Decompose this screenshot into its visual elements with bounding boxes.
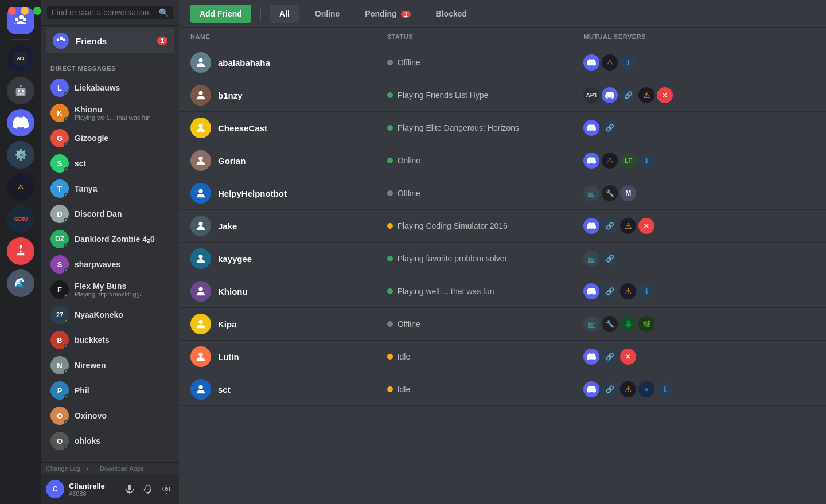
friend-row-jake[interactable]: Jake Playing Coding Simulator 2016 🔗 ⚠ ✕ (179, 210, 826, 243)
tab-pending[interactable]: Pending 1 (356, 5, 419, 23)
friend-avatar-abalabahaha (190, 52, 211, 73)
dm-name-danklord: Danklord Zombie 4₂0 (75, 235, 170, 244)
minimize-button[interactable] (21, 7, 29, 15)
mutual-servers-cell: AP1 🔗 ⚠ ✕ (583, 87, 780, 103)
friend-status-cell: Idle (387, 385, 584, 394)
mutual-server-icon: ℹ (638, 283, 654, 299)
server-icon-1[interactable]: AP1 (7, 45, 34, 72)
mutual-server-icon: ⚠ (602, 54, 618, 71)
friend-row-b1nzy[interactable]: b1nzy Playing Friends List Hype AP1 🔗 ⚠ … (179, 79, 826, 112)
dm-avatar-ohloks: O (50, 432, 69, 450)
friend-username: sct (218, 385, 231, 394)
friends-nav-item[interactable]: Friends 1 (46, 28, 174, 53)
server-icon-2[interactable]: 🤖 (7, 77, 34, 104)
download-link[interactable]: Download Apps (100, 465, 143, 472)
tab-all[interactable]: All (270, 5, 299, 23)
dm-info-sharpwaves: sharpwaves (75, 260, 170, 269)
mutual-server-icon: ⚠ (620, 381, 636, 397)
friend-row-kayygee[interactable]: kayygee Playing favorite problem solver … (179, 243, 826, 275)
user-panel-actions (122, 481, 174, 497)
mutual-server-icon: 🔗 (620, 87, 636, 103)
status-text: Playing favorite problem solver (398, 254, 507, 263)
friend-row-helpyhelpnotbot[interactable]: HelpyHelpnotbot Offline 📺 🔧 M (179, 177, 826, 210)
dm-list: L Liekabauws K Khionu Playing well.... t… (41, 75, 179, 462)
dm-item-tanya[interactable]: T Tanya (46, 176, 174, 201)
server-icon-3[interactable] (7, 109, 34, 136)
mutual-server-icon: AP1 (583, 87, 599, 103)
dm-item-liekabauws[interactable]: L Liekabauws (46, 75, 174, 100)
dm-item-sct[interactable]: S sct (46, 151, 174, 176)
mutual-server-icon: ℹ (638, 153, 654, 169)
mutual-server-icon: 🔗 (602, 218, 618, 234)
svg-point-11 (198, 353, 202, 357)
mutual-server-icon (583, 153, 599, 169)
friend-row-abalabahaha[interactable]: abalabahaha Offline ⚠ ℹ (179, 46, 826, 79)
friend-row-sct[interactable]: sct Idle 🔗 ⚠ ≡ ℹ (179, 373, 826, 406)
tab-online[interactable]: Online (306, 5, 349, 23)
friend-row-lutin[interactable]: Lutin Idle 🔗 ✕ (179, 341, 826, 373)
friend-row-gorian[interactable]: Gorian Online ⚠ LF ℹ (179, 144, 826, 177)
friend-name-cell: Khionu (190, 281, 387, 302)
dm-item-phil[interactable]: P Phil (46, 378, 174, 403)
close-button[interactable] (8, 7, 16, 15)
friends-table: NAME STATUS MUTUAL SERVERS abalabahaha O… (179, 28, 826, 504)
friend-avatar-lutin (190, 346, 211, 367)
friend-status-cell: Playing Elite Dangerous: Horizons (387, 123, 584, 132)
mutual-server-icon: ✕ (620, 349, 636, 365)
settings-button[interactable] (158, 481, 174, 497)
status-text: Offline (398, 319, 420, 329)
friend-avatar-kayygee (190, 248, 211, 269)
dm-item-khionu[interactable]: K Khionu Playing well.... that was fun (46, 100, 174, 126)
friend-status-cell: Idle (387, 352, 584, 361)
dm-item-gizoogle[interactable]: G Gizoogle (46, 126, 174, 151)
friend-row-cheesecast[interactable]: CheeseCast Playing Elite Dangerous: Hori… (179, 112, 826, 144)
server-icon-4[interactable]: ⚙️ (7, 141, 34, 169)
friend-username: Jake (218, 221, 237, 231)
mute-button[interactable] (122, 481, 138, 497)
friend-name-cell: Lutin (190, 346, 387, 367)
deafen-button[interactable] (140, 481, 156, 497)
dm-item-nirewen[interactable]: N Nirewen (46, 353, 174, 378)
dm-info-sct: sct (75, 159, 170, 168)
status-dot (387, 386, 393, 392)
dm-avatar-sharpwaves: S (50, 255, 69, 274)
friend-row-khionu[interactable]: Khionu Playing well.... that was fun 🔗 ⚠… (179, 275, 826, 308)
dm-item-oxinovo[interactable]: O Oxinovo (46, 403, 174, 428)
mutual-server-icon (602, 87, 618, 103)
dm-item-danklord[interactable]: DZ Danklord Zombie 4₂0 (46, 226, 174, 252)
dm-avatar-danklord: DZ (50, 230, 69, 248)
dm-item-sharpwaves[interactable]: S sharpwaves (46, 252, 174, 277)
status-text: Playing well.... that was fun (398, 287, 494, 296)
mutual-server-icon: 🌿 (638, 316, 654, 332)
add-friend-button[interactable]: Add Friend (190, 5, 251, 23)
friend-avatar-jake (190, 216, 211, 236)
status-dot (387, 223, 393, 229)
tab-blocked[interactable]: Blocked (427, 5, 476, 23)
dm-item-flexmybuns[interactable]: F Flex My Buns Playing http://mocklt.gg/ (46, 277, 174, 302)
dm-section-header: DIRECT MESSAGES (41, 56, 179, 75)
search-input-wrap[interactable]: 🔍 (47, 6, 173, 19)
mutual-server-icon: 🔗 (602, 349, 618, 365)
dm-item-nyaakoneko[interactable]: 27 NyaaKoneko (46, 302, 174, 327)
user-avatar: C (46, 480, 64, 498)
status-text: Offline (398, 58, 420, 67)
footer-links: Change Log • Download Apps (41, 463, 179, 474)
friend-row-kipa[interactable]: Kipa Offline 📺 🔧 🌲 🌿 (179, 308, 826, 341)
server-icon-5[interactable]: ⚠ (7, 173, 34, 201)
server-icon-gosu[interactable]: GOSU (7, 205, 34, 233)
server-icon-red[interactable] (7, 237, 34, 265)
maximize-button[interactable] (33, 7, 41, 15)
status-text: Playing Elite Dangerous: Horizons (398, 123, 519, 132)
mutual-server-icon: ✕ (657, 87, 673, 103)
changelog-link[interactable]: Change Log (46, 465, 80, 472)
dm-item-ohloks[interactable]: O ohloks (46, 428, 174, 454)
search-icon: 🔍 (159, 8, 169, 17)
server-icon-sea[interactable]: 🌊 (7, 269, 34, 297)
dm-info-tanya: Tanya (75, 184, 170, 193)
mutual-server-icon: M (620, 185, 636, 201)
dm-item-discorddan[interactable]: D Discord Dan (46, 201, 174, 226)
col-header-status: STATUS (387, 33, 584, 40)
mutual-servers-cell: 🔗 (583, 120, 780, 136)
search-input[interactable] (52, 8, 155, 17)
dm-item-buckkets[interactable]: B buckkets (46, 327, 174, 353)
